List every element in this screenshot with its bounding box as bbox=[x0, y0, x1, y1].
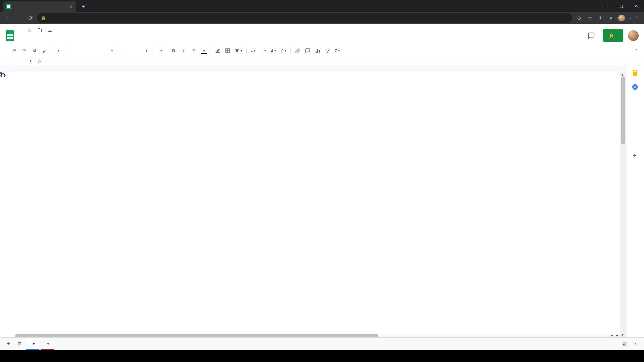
scroll-down-arrow-icon[interactable]: ▼ bbox=[620, 333, 625, 337]
svg-rect-19 bbox=[634, 71, 636, 72]
share-button[interactable]: 🔒 bbox=[603, 29, 623, 42]
select-all-corner[interactable] bbox=[0, 65, 15, 72]
move-icon[interactable]: 🗀 bbox=[36, 27, 43, 34]
sheets-logo-icon[interactable] bbox=[3, 29, 17, 42]
menu-addons[interactable] bbox=[62, 34, 68, 37]
name-box[interactable]: ▼ bbox=[0, 57, 35, 65]
menu-bearbeiten[interactable] bbox=[26, 34, 32, 37]
more-formats-button[interactable]: ▼ bbox=[107, 46, 117, 55]
address-bar[interactable]: 🔒 bbox=[37, 13, 572, 23]
all-sheets-button[interactable]: ≡ bbox=[15, 339, 25, 349]
text-rotation-button[interactable]: ∠▼ bbox=[279, 46, 288, 55]
zoom-select[interactable]: ▼ bbox=[53, 46, 63, 55]
forward-button[interactable]: → bbox=[14, 13, 23, 23]
side-panel-add-button[interactable]: + bbox=[631, 152, 638, 159]
sheet-tab-bar: + ≡ ▼ ▼ › bbox=[0, 337, 644, 350]
sheet-nav-left-icon[interactable]: ◀ bbox=[610, 333, 614, 337]
explore-button[interactable] bbox=[619, 339, 629, 349]
comments-button[interactable] bbox=[585, 29, 598, 42]
account-avatar[interactable] bbox=[628, 30, 639, 41]
percent-button[interactable] bbox=[77, 46, 87, 55]
chevron-down-icon[interactable]: ▼ bbox=[47, 342, 50, 346]
font-size-select[interactable]: ▼ bbox=[154, 46, 165, 55]
horizontal-align-button[interactable]: ≡▼ bbox=[249, 46, 258, 55]
filter-button[interactable] bbox=[323, 46, 332, 55]
lock-icon: 🔒 bbox=[41, 16, 46, 20]
document-title[interactable] bbox=[20, 29, 23, 31]
insert-link-button[interactable]: 🔗 bbox=[293, 46, 302, 55]
star-icon[interactable]: ☆ bbox=[26, 27, 33, 34]
menu-einfuegen[interactable] bbox=[38, 34, 44, 37]
collapse-toolbar-button[interactable]: ˄ bbox=[631, 46, 641, 55]
docs-header: ☆ 🗀 ☁ bbox=[0, 24, 644, 42]
menu-format[interactable] bbox=[44, 34, 50, 37]
scrollbar-thumb[interactable] bbox=[621, 77, 625, 144]
menu-daten[interactable] bbox=[50, 34, 56, 37]
back-button[interactable]: ← bbox=[3, 13, 12, 23]
extensions-icon[interactable]: ✦ bbox=[596, 13, 605, 23]
spreadsheet-grid: ▲ ▼ ◀ ▶ + bbox=[0, 65, 644, 337]
chevron-down-icon: ▼ bbox=[111, 49, 114, 52]
redo-button[interactable]: ↷ bbox=[19, 46, 29, 55]
formula-input[interactable] bbox=[44, 57, 644, 65]
borders-button[interactable] bbox=[223, 46, 232, 55]
browser-tab[interactable]: ✕ bbox=[3, 1, 76, 12]
chrome-menu-icon[interactable]: ⋮ bbox=[632, 13, 641, 23]
svg-point-13 bbox=[1, 74, 5, 77]
cloud-status-icon[interactable]: ☁ bbox=[46, 27, 53, 34]
menu-hilfe[interactable] bbox=[68, 34, 74, 37]
keep-icon[interactable] bbox=[632, 70, 638, 76]
profile-paused-chip[interactable] bbox=[617, 14, 631, 22]
fill-color-button[interactable] bbox=[213, 46, 222, 55]
mouse-cursor-icon bbox=[0, 72, 6, 78]
active-cell-outline bbox=[0, 72, 1, 74]
menu-datei[interactable] bbox=[20, 34, 25, 37]
close-window-button[interactable]: ✕ bbox=[629, 0, 644, 12]
svg-rect-11 bbox=[317, 49, 318, 53]
menu-ansicht[interactable] bbox=[32, 34, 38, 37]
decrease-decimal-button[interactable] bbox=[87, 46, 97, 55]
text-color-button[interactable]: A bbox=[199, 46, 209, 55]
bold-button[interactable]: B bbox=[169, 46, 178, 55]
new-tab-button[interactable]: + bbox=[78, 2, 88, 11]
undo-button[interactable]: ↶ bbox=[9, 46, 19, 55]
print-button[interactable]: 🖶 bbox=[30, 46, 39, 55]
merge-cells-button[interactable]: ▼ bbox=[233, 46, 244, 55]
vertical-align-button[interactable]: ⊥▼ bbox=[259, 46, 268, 55]
bookmark-star-icon[interactable]: ☆ bbox=[585, 13, 594, 23]
vertical-scrollbar[interactable]: ▲ ▼ bbox=[620, 72, 625, 337]
close-tab-icon[interactable]: ✕ bbox=[69, 4, 73, 9]
chevron-down-icon[interactable]: ▼ bbox=[32, 342, 35, 346]
maximize-button[interactable]: ▢ bbox=[613, 0, 629, 12]
reload-button[interactable]: ⟳ bbox=[25, 13, 35, 23]
sheet-nav-arrows: ◀ ▶ bbox=[610, 333, 619, 337]
sheet-tab-2[interactable]: ▼ bbox=[41, 338, 54, 350]
add-sheet-button[interactable]: + bbox=[3, 339, 13, 349]
insert-chart-button[interactable] bbox=[313, 46, 322, 55]
sheet-tab-1[interactable]: ▼ bbox=[26, 338, 39, 350]
minimize-button[interactable]: — bbox=[598, 0, 613, 12]
scroll-up-arrow-icon[interactable]: ▲ bbox=[620, 72, 625, 77]
increase-decimal-button[interactable] bbox=[97, 46, 107, 55]
zoom-indicator-icon[interactable]: ⊖ bbox=[574, 13, 584, 23]
side-panel-toggle-icon[interactable]: › bbox=[631, 341, 641, 347]
menu-tools[interactable] bbox=[56, 34, 62, 37]
reading-list-icon[interactable]: ≡ bbox=[606, 13, 616, 23]
italic-button[interactable]: I bbox=[179, 46, 189, 55]
svg-rect-10 bbox=[316, 51, 317, 53]
chevron-down-icon: ▼ bbox=[160, 49, 163, 52]
functions-button[interactable]: Σ▼ bbox=[333, 46, 342, 55]
font-select[interactable]: ▼ bbox=[121, 46, 150, 55]
profile-avatar-icon bbox=[618, 15, 625, 21]
strikethrough-button[interactable]: S bbox=[189, 46, 199, 55]
scrollbar-thumb[interactable] bbox=[15, 334, 378, 337]
horizontal-scrollbar[interactable] bbox=[15, 334, 620, 337]
sheet-nav-right-icon[interactable]: ▶ bbox=[614, 333, 619, 337]
insert-comment-button[interactable] bbox=[303, 46, 312, 55]
chevron-down-icon: ▼ bbox=[284, 49, 287, 52]
paint-format-button[interactable]: 🖌 bbox=[40, 46, 49, 55]
currency-button[interactable] bbox=[67, 46, 76, 55]
toolbar: ↶ ↷ 🖶 🖌 ▼ ▼ ▼ ▼ bbox=[0, 44, 644, 57]
text-wrap-button[interactable]: ↲▼ bbox=[269, 46, 278, 55]
tasks-icon[interactable] bbox=[632, 84, 638, 90]
